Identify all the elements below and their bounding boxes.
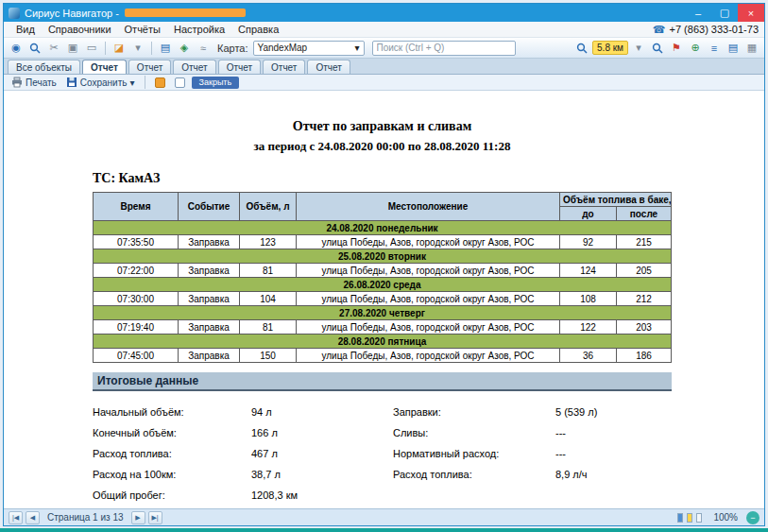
close-report-button[interactable]: Закрыть [192,77,240,89]
summary-value: 38,7 л [251,469,393,480]
prev-page-button[interactable]: ◀ [26,511,40,524]
cell-volume: 123 [240,235,297,249]
menu-otchety[interactable]: Отчёты [118,24,167,35]
route-icon[interactable]: ≈ [195,40,212,57]
zoom-indicator-icon[interactable] [677,513,683,523]
cell-volume: 150 [240,349,297,363]
color-picker-caret-icon[interactable]: ▾ [129,40,146,57]
cell-after: 205 [616,264,671,278]
map-select[interactable]: YandexMap ▾ [253,41,365,56]
toolbar-separator [105,42,106,55]
tab-report-1[interactable]: Отчет [82,60,127,74]
summary-header: Итоговые данные [93,372,672,391]
zoom-out-button[interactable]: − [746,511,759,524]
color-picker-icon[interactable]: ◪ [111,40,128,57]
cell-before: 122 [559,320,616,335]
marker-icon[interactable]: ◈ [176,40,193,57]
cell-event: Заправка [179,235,240,249]
summary-value: 5 (539 л) [555,406,672,418]
tab-report-5[interactable]: Отчет [263,60,305,74]
date-row: 25.08.2020 вторник [94,249,672,264]
date-row: 26.08.2020 среда [94,278,672,292]
copy-icon[interactable]: ▣ [64,40,81,57]
summary-value: 166 л [251,427,393,438]
distance-caret-icon[interactable]: ▾ [630,40,647,57]
save-button[interactable]: Сохранить ▾ [63,76,138,90]
menu-nastroika[interactable]: Настройка [167,24,231,35]
cell-event: Заправка [179,264,240,278]
menu-spravochniki[interactable]: Справочники [42,24,118,35]
search-input[interactable] [372,41,516,56]
cell-volume: 81 [240,320,297,335]
date-cell: 27.08.2020 четверг [94,306,672,320]
fuel-report-table: Время Событие Объём, л Местоположение Об… [93,192,672,363]
last-page-button[interactable]: ▶| [148,511,162,524]
notes-icon[interactable]: ▤ [725,40,742,57]
grid-icon[interactable]: ▦ [743,40,760,57]
support-phone-number: +7 (863) 333-01-73 [670,24,759,35]
tab-report-4[interactable]: Отчет [218,60,261,74]
report-preview-area[interactable]: Отчет по заправкам и сливам за период с … [4,91,764,508]
vehicle-name: ТС: КамАЗ [93,171,672,186]
search-icon[interactable] [26,40,43,57]
page-mode-button[interactable] [172,76,188,90]
print-button-label: Печать [26,77,57,88]
menu-vid[interactable]: Вид [9,24,42,35]
toolbar-separator [151,42,152,55]
summary-label: Расход на 100км: [93,469,251,480]
minimize-button[interactable]: – [685,4,711,22]
measure-distance-icon[interactable] [573,40,590,57]
print-button[interactable]: Печать [9,76,60,90]
report-period: за период с 24.08.2020 00:00 по 28.08.20… [93,139,672,154]
layers-icon[interactable]: ▤ [157,40,174,57]
menubar: Вид Справочники Отчёты Настройка Справка… [4,22,764,38]
cell-after: 203 [616,320,671,335]
zoom-indicator-icon[interactable] [696,513,702,523]
ruler-icon[interactable]: ▭ [83,40,100,57]
titlebar-highlighted-text [125,9,246,17]
list-icon[interactable]: ≡ [706,40,723,57]
connection-icon[interactable]: ◉ [8,40,25,57]
distance-value: 5.8 км [592,41,628,55]
date-row: 27.08.2020 четверг [94,306,672,320]
cell-before: 124 [559,264,616,278]
col-header-before: до [559,207,616,221]
cell-time: 07:45:00 [94,349,179,363]
cell-time: 07:22:00 [94,264,179,278]
menu-spravka[interactable]: Справка [231,24,285,35]
table-row: 07:22:00 Заправка 81 улица Победы, Азов,… [94,264,672,278]
next-page-button[interactable]: ▶ [131,511,145,524]
summary-value: 1208,3 км [251,489,393,501]
page-view-icon [175,77,185,88]
table-row: 07:30:00 Заправка 104 улица Победы, Азов… [94,292,672,306]
tab-report-6[interactable]: Отчет [307,60,350,74]
col-header-tank: Объём топлива в баке, л [559,193,671,207]
report-title: Отчет по заправкам и сливам [93,119,672,134]
floppy-icon [66,77,77,88]
cell-event: Заправка [179,292,240,306]
tab-report-3[interactable]: Отчет [173,60,215,74]
cut-icon[interactable]: ✂ [45,40,62,57]
flag-icon[interactable]: ⚑ [668,40,685,57]
col-header-event: Событие [179,193,240,221]
table-row: 07:35:50 Заправка 123 улица Победы, Азов… [94,235,672,249]
globe-icon[interactable]: ⊕ [687,40,704,57]
first-page-button[interactable]: |◀ [9,511,23,524]
cell-volume: 104 [240,292,297,306]
zoom-search-icon[interactable] [649,40,666,57]
cell-event: Заправка [179,320,240,335]
close-button[interactable]: × [738,4,764,22]
maximize-button[interactable]: ▢ [711,4,738,22]
summary-value: 467 л [251,448,393,459]
save-button-label: Сохранить [80,77,128,88]
orange-view-icon [155,77,165,88]
tab-report-2[interactable]: Отчет [128,60,171,74]
cell-location: улица Победы, Азов, городской округ Азов… [297,292,560,306]
cell-location: улица Победы, Азов, городской округ Азов… [297,320,560,335]
view-mode-button[interactable] [152,76,168,90]
report-page: Отчет по заправкам и сливам за период с … [93,119,672,501]
map-label: Карта: [217,43,248,54]
support-phone: ☎ +7 (863) 333-01-73 [653,24,759,36]
zoom-indicator-icon[interactable] [687,513,692,523]
tab-all-objects[interactable]: Все объекты [8,60,80,74]
